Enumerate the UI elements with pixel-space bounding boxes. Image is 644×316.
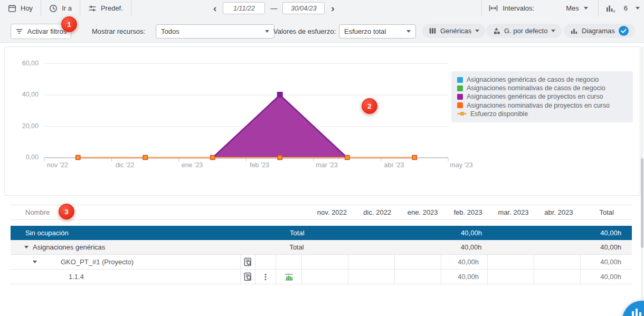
column-header[interactable]: ene. 2023 [400, 208, 446, 216]
preset-label: Predef. [101, 4, 123, 12]
svg-text:#: # [613, 8, 615, 13]
table-body: Sin ocupación Total 40,00h 40,00h Asigna… [11, 226, 632, 284]
detail-view-icon[interactable] [243, 257, 252, 266]
show-resources-select[interactable]: Todos [156, 24, 274, 39]
row-name: Sin ocupación [11, 226, 249, 240]
month-cell [487, 270, 534, 284]
columns-icon [429, 27, 437, 35]
divider [481, 0, 482, 16]
date-from-input[interactable]: 1/11/22 [223, 2, 265, 14]
table-row[interactable]: Asignaciones genéricas Total 40,00h 40,0… [11, 240, 632, 255]
histogram-icon[interactable] [285, 273, 293, 281]
check-circle-icon [619, 26, 629, 36]
legend-swatch [457, 113, 467, 114]
table-row[interactable]: Sin ocupación Total 40,00h 40,00h [11, 226, 632, 240]
legend-item: Asignaciones genéricas de proyectos en c… [457, 92, 627, 101]
legend-label: Asignaciones nominativas de proyectos en… [467, 102, 610, 109]
month-cell [536, 240, 581, 254]
today-label: Hoy [21, 4, 33, 12]
column-header[interactable]: nov. 2022 [309, 208, 355, 216]
table-badge: 3 [59, 204, 74, 219]
scrollbar-thumb[interactable] [641, 158, 643, 248]
row-total-label: Total [248, 243, 308, 251]
month-cell [534, 255, 580, 269]
show-resources-value: Todos [161, 27, 179, 35]
legend-label: Esfuerzo disponible [470, 110, 528, 118]
generic-assignments-dropdown[interactable]: Genéricas [422, 24, 486, 38]
legend-label: Asignaciones nominativas de casos de neg… [467, 84, 605, 92]
row-name: Asignaciones genéricas [33, 243, 105, 251]
table-row[interactable]: GKO_PT_#1 (Proyecto) 40,00h 40,00h [11, 255, 632, 270]
sliders-icon [88, 4, 97, 13]
legend-item: Asignaciones nominativas de casos de neg… [457, 84, 627, 92]
name-column-header[interactable]: Nombre [25, 208, 50, 216]
month-cell [487, 255, 534, 269]
effort-values-value: Esfuerzo total [344, 27, 386, 35]
month-cell [301, 255, 348, 269]
filter-toolbar: Activar filtros Mostrar recursos: Todos … [0, 16, 644, 43]
today-button[interactable]: Hoy [0, 0, 41, 16]
month-cell [348, 255, 394, 269]
total-column-header[interactable]: Total [581, 208, 632, 216]
preset-button[interactable]: Predef. [80, 0, 131, 16]
filter-icon [15, 28, 23, 35]
chevron-down-icon [584, 7, 588, 9]
chart-legend: Asignaciones genéricas de casos de negoc… [451, 71, 633, 122]
table-row[interactable]: 1.1.4 40,00h 40,00h [11, 270, 632, 284]
calendar-icon [8, 4, 16, 13]
bar-count-icon: # [605, 4, 616, 13]
month-cell: 40,00h [441, 270, 487, 284]
show-resources-label: Mostrar recursos: [92, 27, 145, 35]
x-axis-label: mar '23 [310, 161, 344, 169]
month-cell [308, 240, 354, 254]
month-cell: 40,00h [444, 240, 490, 254]
chevron-down-icon [475, 30, 479, 32]
kebab-menu-icon[interactable] [262, 273, 269, 281]
legend-swatch [457, 94, 463, 100]
chevron-down-icon [551, 30, 555, 32]
collapse-row-icon[interactable] [24, 246, 29, 248]
diagram-fab-button[interactable] [622, 301, 644, 316]
goto-button[interactable]: Ir a [41, 0, 80, 16]
detail-view-icon[interactable] [243, 272, 252, 281]
month-cell [490, 240, 535, 254]
column-header[interactable]: mar. 2023 [491, 208, 536, 216]
bar-chart-icon [631, 307, 643, 316]
date-to-input[interactable]: 30/04/23 [282, 2, 325, 14]
divider [131, 0, 131, 16]
column-header[interactable]: feb. 2023 [446, 208, 491, 216]
total-cell: 40,00h [580, 255, 632, 269]
month-cell [354, 226, 400, 240]
effort-values-select[interactable]: Esfuerzo total [339, 24, 416, 39]
intervals-select[interactable]: Mes [566, 4, 579, 12]
bar-count-select[interactable]: 6 [624, 4, 628, 12]
month-cell [394, 255, 441, 269]
row-name: GKO_PT_#1 (Proyecto) [61, 258, 134, 266]
legend-item: Esfuerzo disponible [457, 110, 627, 118]
prev-period-button[interactable]: ‹ [212, 3, 217, 13]
row-total-label: Total [249, 229, 308, 237]
activate-filters-label: Activar filtros [27, 27, 67, 35]
month-cell [394, 270, 441, 284]
month-cell: 40,00h [441, 255, 487, 269]
y-axis-label: 40,00 [12, 91, 39, 98]
month-cell [301, 270, 348, 284]
goto-label: Ir a [62, 4, 72, 12]
total-cell: 40,00h [581, 226, 632, 240]
filter-badge: 1 [61, 16, 77, 32]
x-axis-label: nov '22 [41, 161, 74, 169]
x-axis-label: abr '23 [377, 161, 411, 169]
y-axis-label: 60,00 [12, 60, 39, 67]
month-cell [534, 270, 580, 284]
next-period-button[interactable]: › [330, 3, 335, 13]
month-cell [354, 240, 399, 254]
x-axis-label: may '23 [444, 161, 478, 169]
column-header[interactable]: abr. 2023 [536, 208, 581, 216]
collapse-row-icon[interactable] [33, 261, 37, 263]
column-header[interactable]: dic. 2022 [355, 208, 400, 216]
diagrams-toggle[interactable]: Diagramas [564, 24, 635, 38]
legend-item: Asignaciones nominativas de proyectos en… [457, 101, 627, 110]
default-grouping-dropdown[interactable]: G. por defecto [486, 24, 562, 38]
shapes-icon [493, 27, 500, 35]
chart-badge: 2 [362, 98, 377, 114]
